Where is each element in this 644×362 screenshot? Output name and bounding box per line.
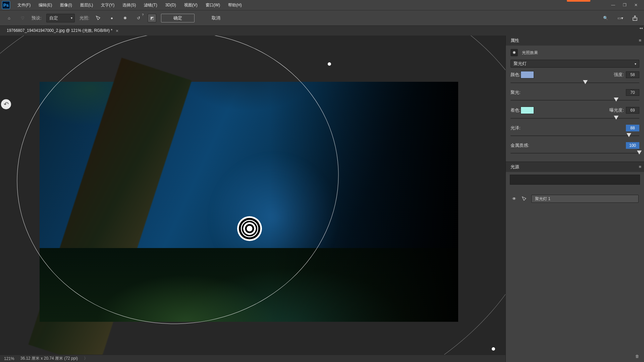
- minimize-button[interactable]: —: [610, 2, 616, 8]
- menu-window[interactable]: 窗口(W): [202, 0, 224, 10]
- lights-panel-tab[interactable]: 光源 ≡: [506, 162, 644, 172]
- visibility-icon[interactable]: 👁: [511, 196, 517, 202]
- gloss-slider[interactable]: [511, 133, 639, 139]
- color-swatch[interactable]: [521, 71, 534, 78]
- reset-icon[interactable]: ↺?: [134, 14, 143, 22]
- notification-indicator: [567, 0, 590, 2]
- menu-view[interactable]: 视图(V): [180, 0, 202, 10]
- home-icon[interactable]: ⌂: [5, 14, 13, 22]
- spot-light-icon[interactable]: [94, 14, 103, 22]
- document-tab-bar: 19766807_194341947000_2.jpg @ 121% (光效, …: [0, 25, 644, 36]
- slider-thumb[interactable]: [614, 116, 619, 120]
- right-option-tools: 🔍 ▭▾: [601, 14, 639, 22]
- document-tab[interactable]: 19766807_194341947000_2.jpg @ 121% (光效, …: [3, 26, 122, 36]
- panel-menu-icon[interactable]: ≡: [639, 38, 641, 43]
- menu-help[interactable]: 帮助(H): [224, 0, 246, 10]
- light-bottom-handle[interactable]: [492, 347, 495, 351]
- panel-menu-icon[interactable]: ≡: [639, 164, 641, 169]
- workspace-switch-icon[interactable]: ▭▾: [616, 14, 625, 22]
- canvas-area[interactable]: ↶: [0, 36, 505, 355]
- info-chevron-icon[interactable]: 〉: [84, 356, 88, 361]
- exposure-label: 曝光度:: [609, 107, 624, 113]
- document-info[interactable]: 36.12 厘米 x 20.74 厘米 (72 ppi): [20, 356, 78, 361]
- light-type-value: 聚光灯: [514, 61, 527, 67]
- fx-title: 光照效果: [522, 50, 538, 56]
- confirm-button[interactable]: 确定: [161, 14, 195, 22]
- spot-label: 聚光:: [511, 89, 521, 96]
- chevron-down-icon: ▾: [71, 16, 72, 20]
- tint-swatch[interactable]: [521, 107, 534, 114]
- tint-label: 着色:: [511, 107, 521, 113]
- menu-type[interactable]: 文字(Y): [97, 0, 118, 10]
- slider-thumb[interactable]: [614, 98, 619, 102]
- status-bar: 121% 36.12 厘米 x 20.74 厘米 (72 ppi) 〉: [0, 355, 505, 362]
- spot-slider[interactable]: [511, 97, 639, 103]
- spot-light-icon: [521, 196, 527, 202]
- light-name-field[interactable]: 聚光灯 1: [531, 195, 639, 203]
- menu-edit[interactable]: 编辑(E): [35, 0, 56, 10]
- image-canvas[interactable]: [40, 82, 458, 322]
- document-tab-title: 19766807_194341947000_2.jpg @ 121% (光效, …: [7, 28, 112, 34]
- light-center-handle[interactable]: [241, 220, 258, 237]
- preset-select[interactable]: 自定 ▾: [46, 14, 75, 22]
- app-logo: Ps: [2, 1, 10, 9]
- rotate-knob[interactable]: ↶: [1, 99, 11, 109]
- infinite-light-icon[interactable]: ✺: [121, 14, 129, 22]
- zoom-level[interactable]: 121%: [4, 356, 14, 361]
- color-label: 颜色:: [511, 72, 521, 78]
- metallic-slider[interactable]: [511, 150, 639, 156]
- intensity-value[interactable]: 58: [626, 71, 639, 78]
- intensity-slider[interactable]: [511, 80, 639, 86]
- menu-file[interactable]: 文件(F): [13, 0, 35, 10]
- exposure-slider[interactable]: [511, 115, 639, 121]
- spot-value[interactable]: 70: [626, 89, 639, 96]
- lights-panel-body: 👁 聚光灯 1: [506, 172, 644, 207]
- properties-panel-body: ✺ 光照效果 聚光灯 ▾ 颜色: 强度: 58 聚光: 70 着色: 曝光度: …: [506, 46, 644, 162]
- gloss-value[interactable]: 88: [626, 125, 639, 131]
- light-top-handle[interactable]: [328, 62, 331, 66]
- slider-thumb[interactable]: [637, 150, 642, 155]
- properties-panel-title: 属性: [511, 38, 519, 44]
- preset-value: 自定: [49, 15, 58, 21]
- properties-panel-tab[interactable]: 属性 ≡: [506, 36, 644, 46]
- search-icon[interactable]: 🔍: [601, 14, 610, 22]
- menu-3d[interactable]: 3D(D): [161, 1, 180, 9]
- gloss-label: 光泽:: [511, 125, 521, 131]
- menu-filter[interactable]: 滤镜(T): [140, 0, 161, 10]
- light-list-item[interactable]: 👁 聚光灯 1: [510, 194, 640, 203]
- chevron-down-icon: ▾: [635, 62, 636, 66]
- menu-layer[interactable]: 图层(L): [76, 0, 97, 10]
- trash-icon[interactable]: 🗑: [635, 354, 639, 359]
- light-type-select[interactable]: 聚光灯 ▾: [511, 60, 639, 68]
- preset-label: 预设:: [32, 15, 42, 21]
- maximize-button[interactable]: ❐: [621, 2, 628, 8]
- cancel-button[interactable]: 取消: [199, 14, 233, 22]
- bulb-icon[interactable]: ♡: [18, 14, 27, 22]
- lights-preview-strip: [510, 175, 640, 185]
- menu-image[interactable]: 图像(I): [56, 0, 76, 10]
- image-shadow: [270, 82, 458, 322]
- right-panel-column: 属性 ≡ ✺ 光照效果 聚光灯 ▾ 颜色: 强度: 58 聚光: 70 着色: …: [505, 36, 644, 362]
- lights-panel-title: 光源: [511, 164, 519, 170]
- point-light-icon[interactable]: ●: [107, 14, 116, 22]
- window-controls: — ❐ ✕: [610, 2, 644, 8]
- slider-thumb[interactable]: [627, 133, 631, 137]
- options-bar: ⌂ ♡ 预设: 自定 ▾ 光照: ● ✺ ↺? ◩ 确定 取消 🔍 ▭▾: [0, 10, 644, 25]
- share-icon[interactable]: [631, 14, 639, 22]
- preview-icon[interactable]: ◩: [148, 14, 156, 22]
- slider-thumb[interactable]: [583, 80, 588, 84]
- close-button[interactable]: ✕: [633, 2, 639, 8]
- menu-select[interactable]: 选择(S): [118, 0, 140, 10]
- light-label: 光照:: [79, 15, 90, 21]
- lighting-effects-icon: ✺: [511, 49, 518, 56]
- panel-collapse-icon[interactable]: ◂◂: [639, 26, 643, 30]
- menu-bar: Ps 文件(F) 编辑(E) 图像(I) 图层(L) 文字(Y) 选择(S) 滤…: [0, 0, 644, 10]
- metallic-label: 金属质感:: [511, 142, 529, 148]
- intensity-label: 强度:: [614, 72, 624, 78]
- tab-close-icon[interactable]: ×: [116, 28, 118, 34]
- exposure-value[interactable]: 69: [626, 107, 639, 114]
- metallic-value[interactable]: 100: [626, 142, 639, 149]
